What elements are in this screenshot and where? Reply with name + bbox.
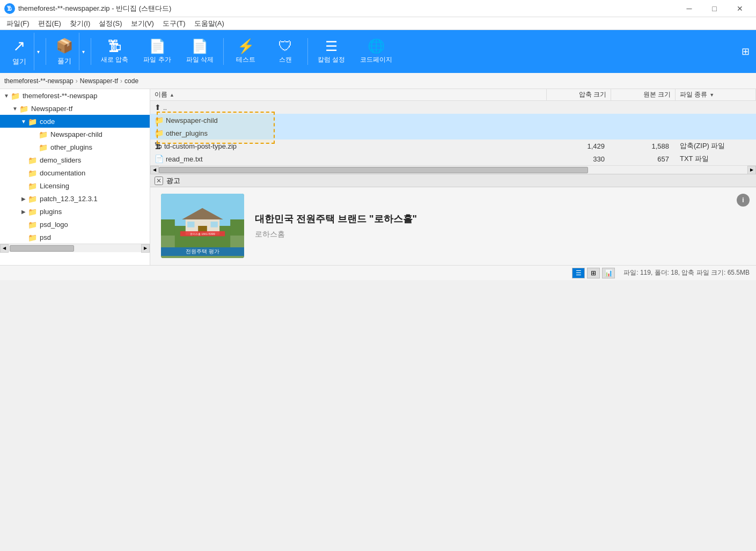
address-crumb-code[interactable]: code [124, 77, 138, 85]
toolbar-sep-4 [307, 38, 308, 65]
menu-file[interactable]: 파일(F) [2, 18, 34, 30]
close-button[interactable]: ✕ [728, 0, 752, 17]
folder-icon-demo-sliders: 📁 [28, 156, 38, 164]
toolbar-open-arrow[interactable]: ▾ [34, 33, 42, 70]
file-header-compressed[interactable]: 압축 크기 [547, 89, 611, 100]
tree-item-plugins[interactable]: ▶ 📁 plugins [0, 205, 150, 218]
column-settings-label: 칼럼 설정 [318, 55, 345, 64]
file-header: 이름 ▲ 압축 크기 원본 크기 파일 종류 ▼ [150, 89, 756, 101]
tree-label-plugins: plugins [40, 208, 62, 216]
ad-text: 대한민국 전원주택 브랜드 "로하스홀" 로하스홈 [255, 212, 417, 239]
list-item[interactable]: 📁 Newspaper-child [150, 114, 756, 127]
tree-scroll-right[interactable]: ▶ [141, 244, 150, 253]
file-label-other-plugins: other_plugins [166, 129, 208, 137]
tree-item-patch[interactable]: ▶ 📁 patch_12.3_12.3.1 [0, 192, 150, 205]
scan-label: 스캔 [279, 55, 292, 64]
tree-scroll-left[interactable]: ◀ [0, 244, 9, 253]
folder-icon-newspaper-child-file: 📁 [155, 116, 164, 124]
status-icon-view-button[interactable]: ⊞ [587, 268, 600, 278]
svg-rect-5 [187, 222, 194, 227]
parent-dir-icon: ⬆ [155, 103, 161, 112]
list-item[interactable]: 📁 other_plugins [150, 127, 756, 139]
folder-icon-documentation: 📁 [28, 169, 38, 177]
code-page-label: 코드페이지 [360, 55, 392, 64]
tree-label-code: code [40, 117, 55, 126]
status-detail-view-button[interactable]: 📊 [602, 268, 615, 278]
tree-item-demo-sliders[interactable]: 📁 demo_sliders [0, 153, 150, 166]
folder-icon-code: 📁 [28, 117, 38, 125]
status-list-view-button[interactable]: ☰ [572, 268, 585, 278]
tree-scroll-track[interactable] [9, 244, 141, 252]
list-item[interactable]: 📄 read_me.txt 330 657 TXT 파일 [150, 152, 756, 165]
file-header-name[interactable]: 이름 ▲ [150, 89, 547, 100]
code-page-icon: 🌐 [368, 39, 385, 53]
tree-item-psd-logo[interactable]: 📁 psd_logo [0, 218, 150, 231]
svg-rect-6 [211, 222, 218, 227]
toolbar-column-settings-button[interactable]: ☰ 칼럼 설정 [311, 33, 351, 70]
file-name-td-custom: 🗜 td-custom-post-type.zip [150, 142, 547, 150]
address-crumb-newspaper-tf[interactable]: Newspaper-tf [80, 77, 118, 85]
file-header-original[interactable]: 원본 크기 [611, 89, 676, 100]
tree-toggle-newspaper-tf: ▼ [11, 106, 19, 112]
menu-view[interactable]: 보기(V) [127, 18, 158, 30]
status-bar: ☰ ⊞ 📊 파일: 119, 폴더: 18, 압축 파일 크기: 65.5MB [0, 265, 756, 280]
tree-label-newspaper-tf: Newspaper-tf [31, 105, 72, 113]
toolbar-add-file-button[interactable]: 📄 파일 추가 [137, 33, 177, 70]
menu-help[interactable]: 도움말(A) [190, 18, 229, 30]
file-name-other-plugins: 📁 other_plugins [150, 129, 547, 137]
file-scroll-right[interactable]: ▶ [747, 166, 756, 174]
add-file-label: 파일 추가 [143, 55, 171, 64]
tree-item-newspaper-tf[interactable]: ▼ 📁 Newspaper-tf [0, 102, 150, 115]
address-crumb-root[interactable]: themeforest-**-newspap [4, 77, 74, 85]
toolbar-grid-button[interactable]: ⊞ [742, 46, 750, 57]
toolbar-delete-file-button[interactable]: 📄 파일 삭제 [180, 33, 220, 70]
menu-settings[interactable]: 설정(S) [94, 18, 126, 30]
ad-close-button[interactable]: ✕ [155, 177, 163, 185]
toolbar-code-page-button[interactable]: 🌐 코드페이지 [354, 33, 399, 70]
list-item[interactable]: 🗜 td-custom-post-type.zip 1,429 1,588 압축… [150, 139, 756, 152]
tree-item-code[interactable]: ▼ 📁 code [0, 115, 150, 128]
svg-text:로이스홈 1661-5399: 로이스홈 1661-5399 [190, 232, 215, 236]
file-panel-h-scroll: ◀ ▶ [150, 165, 756, 174]
file-scroll-left[interactable]: ◀ [150, 166, 159, 174]
toolbar-extract-arrow[interactable]: ▾ [79, 33, 87, 70]
tree-item-psd[interactable]: 📁 psd [0, 231, 150, 244]
file-scroll-track[interactable] [159, 166, 747, 174]
tree-item-other-plugins[interactable]: 📁 other_plugins [0, 141, 150, 153]
list-item[interactable]: ⬆ .. [150, 101, 756, 114]
file-name-read-me: 📄 read_me.txt [150, 155, 547, 163]
toolbar-scan-button[interactable]: 🛡 스캔 [267, 33, 304, 70]
tree-item-root[interactable]: ▼ 📁 themeforest-**-newspap [0, 89, 150, 102]
folder-icon-newspaper-child: 📁 [39, 130, 48, 138]
new-archive-label: 새로 압축 [101, 55, 128, 64]
toolbar-new-archive-button[interactable]: 🗜 새로 압축 [94, 33, 135, 70]
folder-icon-other-plugins: 📁 [39, 143, 48, 151]
file-label-read-me: read_me.txt [166, 155, 203, 163]
main-panel: ▼ 📁 themeforest-**-newspap ▼ 📁 Newspaper… [0, 89, 756, 265]
ad-info-button[interactable]: i [737, 194, 750, 207]
tree-toggle-code: ▼ [19, 119, 28, 124]
toolbar-open-button[interactable]: ↗ 열기 [4, 33, 34, 70]
toolbar-extract-button[interactable]: 📦 풀기 [49, 33, 79, 70]
menu-tools[interactable]: 도구(T) [158, 18, 190, 30]
extract-label: 풀기 [57, 56, 71, 66]
tree-item-newspaper-child[interactable]: 📁 Newspaper-child [0, 128, 150, 141]
tree-toggle-root: ▼ [2, 93, 11, 99]
maximize-button[interactable]: □ [702, 0, 726, 17]
toolbar-test-button[interactable]: ⚡ 테스트 [227, 33, 265, 70]
ad-image: 로이스홈 1661-5399 전원주택 평가 [161, 194, 244, 258]
minimize-button[interactable]: ─ [677, 0, 701, 17]
tree-item-licensing[interactable]: 📁 Licensing [0, 179, 150, 192]
menu-edit[interactable]: 편집(E) [34, 18, 65, 30]
tree-item-documentation[interactable]: 📁 documentation [0, 166, 150, 179]
tree-scroll-thumb [10, 245, 74, 252]
folder-icon-root: 📁 [11, 92, 20, 99]
file-label-newspaper-child: Newspaper-child [166, 116, 218, 124]
menu-find[interactable]: 찾기(I) [65, 18, 94, 30]
file-area-wrapper: 이름 ▲ 압축 크기 원본 크기 파일 종류 ▼ [150, 89, 756, 165]
file-scroll-thumb [159, 167, 588, 173]
file-type-td: 압축(ZIP) 파일 [676, 141, 756, 151]
file-header-type[interactable]: 파일 종류 ▼ [676, 89, 756, 100]
tree-label-root: themeforest-**-newspap [23, 92, 97, 100]
tree-label-demo-sliders: demo_sliders [40, 156, 81, 164]
